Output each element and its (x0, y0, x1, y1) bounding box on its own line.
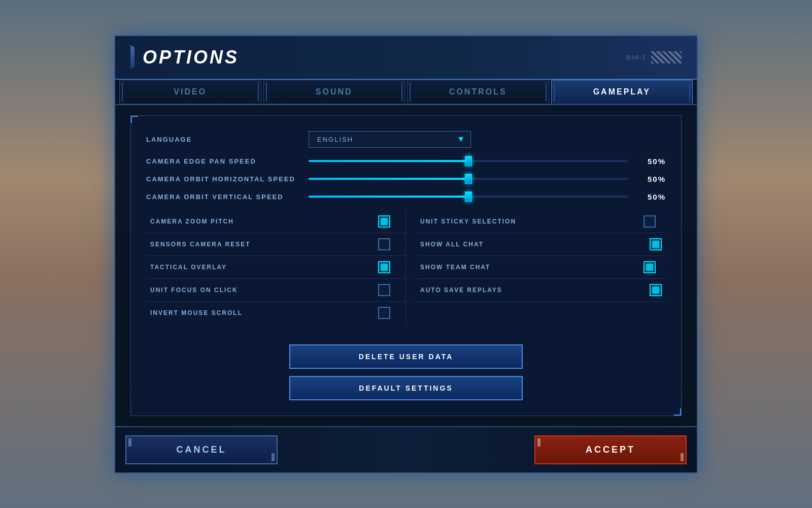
slider-thumb-2 (465, 174, 472, 184)
show-all-chat-checkbox[interactable] (650, 238, 662, 250)
tab-controls[interactable]: CONTROLS (407, 80, 549, 104)
settings-buttons: Delete User Data DEFAULT SETTINGS (146, 344, 666, 400)
sensors-camera-reset-label: SENSORS CAMERA RESET (150, 241, 251, 248)
language-dropdown[interactable]: ENGLISH FRENCH GERMAN SPANISH (309, 131, 471, 148)
unit-focus-on-click-checkbox[interactable] (378, 284, 390, 296)
camera-orbit-v-label: CAMERA ORBIT VERTICAL SPEED (146, 193, 309, 201)
main-window: OPTIONS B36:2 VIDEO SOUND CONTROLS GAMEP… (114, 35, 698, 473)
show-team-chat-label: SHOW TEAM CHAT (420, 264, 490, 271)
camera-orbit-v-row: CAMERA ORBIT VERTICAL SPEED 50% (146, 193, 666, 201)
auto-save-replays-checkbox[interactable] (650, 284, 662, 296)
checkboxes-grid: CAMERA ZOOM PITCH SENSORS CAMERA RESET T… (146, 210, 666, 324)
unit-sticky-selection-row: UNIT STICKY SELECTION (416, 210, 666, 233)
cancel-button[interactable]: CANCEL (125, 435, 278, 464)
build-number: B36:2 (626, 54, 646, 60)
camera-zoom-pitch-checkbox[interactable] (378, 215, 390, 228)
show-all-chat-label: SHOW ALL CHAT (420, 241, 484, 248)
accept-button[interactable]: ACCEPT (534, 435, 687, 464)
unit-focus-on-click-label: UNIT FOCUS ON CLICK (150, 287, 238, 294)
delete-user-data-button[interactable]: Delete User Data (289, 344, 523, 369)
tactical-overlay-checkbox[interactable] (378, 261, 390, 273)
unit-sticky-selection-checkbox[interactable] (644, 215, 656, 228)
auto-save-replays-label: AUTO SAVE REPLAYS (420, 287, 502, 294)
title-chevron-decoration (130, 45, 134, 70)
checkboxes-left: CAMERA ZOOM PITCH SENSORS CAMERA RESET T… (146, 210, 406, 324)
stripe-decoration (651, 51, 682, 64)
slider-track-3 (309, 196, 628, 198)
settings-panel: LANGUAGE ENGLISH FRENCH GERMAN SPANISH C… (130, 115, 682, 416)
tabs-bar: VIDEO SOUND CONTROLS GAMEPLAY (115, 80, 697, 105)
slider-fill-2 (309, 178, 468, 180)
camera-edge-pan-row: CAMERA EDGE PAN SPEED 50% (146, 157, 666, 166)
bottom-bar: CANCEL ACCEPT (115, 426, 697, 472)
content-area: LANGUAGE ENGLISH FRENCH GERMAN SPANISH C… (115, 105, 697, 426)
tab-gameplay[interactable]: GAMEPLAY (551, 80, 693, 104)
slider-fill-1 (309, 160, 468, 162)
tactical-overlay-row: TACTICAL OVERLAY (146, 256, 405, 279)
title-bar: OPTIONS B36:2 (115, 36, 697, 80)
tab-sound[interactable]: SOUND (263, 80, 405, 104)
checkboxes-right: UNIT STICKY SELECTION SHOW ALL CHAT SHOW… (406, 210, 666, 324)
slider-thumb-3 (465, 192, 472, 202)
tactical-overlay-label: TACTICAL OVERLAY (150, 264, 227, 271)
slider-fill-3 (309, 196, 468, 198)
slider-track-2 (309, 178, 628, 180)
default-settings-button[interactable]: DEFAULT SETTINGS (289, 376, 523, 400)
camera-edge-pan-value: 50% (638, 157, 666, 166)
camera-orbit-h-track[interactable] (309, 178, 628, 180)
camera-orbit-h-label: CAMERA ORBIT HORIZONTAL SPEED (146, 175, 309, 183)
title-bar-left: OPTIONS (130, 45, 239, 70)
camera-orbit-h-value: 50% (638, 175, 666, 183)
camera-zoom-pitch-label: CAMERA ZOOM PITCH (150, 218, 234, 225)
page-title: OPTIONS (143, 47, 239, 68)
camera-orbit-h-row: CAMERA ORBIT HORIZONTAL SPEED 50% (146, 175, 666, 183)
language-row: LANGUAGE ENGLISH FRENCH GERMAN SPANISH (146, 131, 666, 148)
title-bar-right: B36:2 (626, 51, 682, 64)
sensors-camera-reset-row: SENSORS CAMERA RESET (146, 233, 405, 256)
camera-edge-pan-track[interactable] (309, 160, 628, 162)
sensors-camera-reset-checkbox[interactable] (378, 238, 390, 250)
camera-zoom-pitch-row: CAMERA ZOOM PITCH (146, 210, 405, 233)
auto-save-replays-row: AUTO SAVE REPLAYS (416, 279, 666, 302)
language-dropdown-wrapper: ENGLISH FRENCH GERMAN SPANISH (309, 131, 471, 148)
slider-thumb-1 (465, 156, 472, 166)
unit-sticky-selection-label: UNIT STICKY SELECTION (420, 218, 516, 225)
show-all-chat-row: SHOW ALL CHAT (416, 233, 666, 256)
unit-focus-on-click-row: UNIT FOCUS ON CLICK (146, 279, 405, 302)
tab-video[interactable]: VIDEO (119, 80, 261, 104)
invert-mouse-scroll-checkbox[interactable] (378, 307, 390, 319)
show-team-chat-checkbox[interactable] (644, 261, 656, 273)
slider-track-1 (309, 160, 628, 162)
camera-edge-pan-label: CAMERA EDGE PAN SPEED (146, 157, 309, 165)
show-team-chat-row: SHOW TEAM CHAT (416, 256, 666, 279)
language-label: LANGUAGE (146, 136, 309, 143)
invert-mouse-scroll-row: INVERT MOUSE SCROLL (146, 302, 405, 324)
camera-orbit-v-value: 50% (638, 193, 666, 201)
invert-mouse-scroll-label: INVERT MOUSE SCROLL (150, 309, 243, 316)
camera-orbit-v-track[interactable] (309, 196, 628, 198)
